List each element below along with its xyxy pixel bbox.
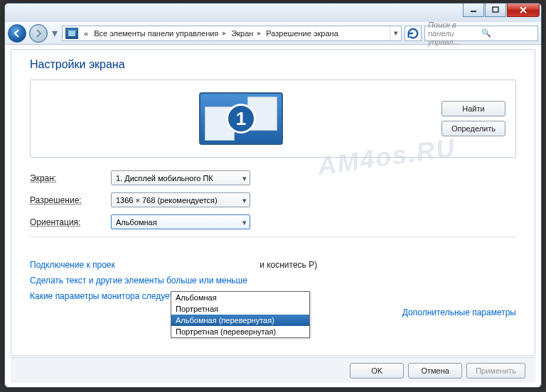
breadcrumb-item[interactable]: Все элементы панели управления: [91, 29, 221, 38]
projector-suffix: и коснитесь P): [259, 260, 317, 270]
orientation-option[interactable]: Альбомная (перевернутая): [171, 315, 309, 326]
orientation-select[interactable]: Альбомная▾: [111, 214, 250, 229]
orientation-row: Ориентация: Альбомная▾: [30, 214, 516, 229]
chevron-down-icon: ▾: [242, 173, 247, 183]
minimize-button[interactable]: [463, 4, 484, 17]
close-button[interactable]: [507, 4, 540, 17]
text-size-link[interactable]: Сделать текст и другие элементы больше и…: [30, 276, 516, 285]
maximize-button[interactable]: [485, 4, 506, 17]
chevron-down-icon: ▾: [242, 195, 247, 205]
screen-select[interactable]: 1. Дисплей мобильного ПК▾: [111, 170, 250, 185]
orientation-option[interactable]: Портретная: [171, 303, 309, 315]
chevron-down-icon: ▾: [242, 217, 247, 227]
apply-button[interactable]: Применить: [466, 363, 525, 379]
control-panel-icon: [65, 28, 78, 39]
button-bar: OK Отмена Применить: [11, 357, 535, 383]
chevron-right-icon: [221, 28, 228, 38]
projector-link[interactable]: Подключение к проек: [30, 260, 115, 270]
resolution-select[interactable]: 1366 × 768 (рекомендуется)▾: [111, 192, 250, 207]
orientation-label: Ориентация:: [30, 217, 111, 227]
address-bar[interactable]: « Все элементы панели управления Экран Р…: [62, 26, 402, 41]
monitor-preview[interactable]: 1: [41, 92, 441, 145]
advanced-settings-link[interactable]: Дополнительные параметры: [402, 307, 516, 317]
search-icon[interactable]: 🔍: [481, 28, 535, 38]
resolution-row: Разрешение: 1366 × 768 (рекомендуется)▾: [30, 192, 516, 207]
divider: [30, 236, 516, 237]
content-area: Настройки экрана 1 Найти Определить Экра…: [11, 49, 535, 356]
search-placeholder: Поиск в панели управл...: [428, 21, 481, 46]
search-input[interactable]: Поиск в панели управл... 🔍: [424, 26, 538, 41]
breadcrumb-item[interactable]: Экран: [228, 29, 256, 38]
control-panel-window: ▾ « Все элементы панели управления Экран…: [4, 3, 542, 388]
refresh-button[interactable]: [405, 26, 422, 41]
page-title: Настройки экрана: [30, 58, 516, 71]
screen-label: Экран:: [30, 173, 111, 183]
orientation-option[interactable]: Портретная (перевернутая): [171, 326, 309, 337]
chevron-right-icon: [256, 28, 263, 38]
navbar: ▾ « Все элементы панели управления Экран…: [5, 22, 541, 45]
resolution-label: Разрешение:: [30, 195, 111, 205]
detect-button[interactable]: Определить: [441, 121, 505, 136]
find-button[interactable]: Найти: [441, 101, 505, 116]
cancel-button[interactable]: Отмена: [408, 363, 462, 379]
titlebar: [5, 4, 541, 22]
breadcrumb-prefix: «: [81, 29, 91, 38]
breadcrumb-item[interactable]: Разрешение экрана: [263, 29, 341, 38]
svg-rect-1: [493, 7, 498, 12]
orientation-option[interactable]: Альбомная: [171, 292, 309, 303]
ok-button[interactable]: OK: [350, 363, 404, 379]
screen-row: Экран: 1. Дисплей мобильного ПК▾: [30, 170, 516, 185]
orientation-dropdown: Альбомная Портретная Альбомная (переверн…: [171, 291, 310, 338]
forward-button[interactable]: [29, 24, 48, 43]
monitor-number: 1: [226, 104, 256, 134]
display-preview-panel: 1 Найти Определить: [30, 80, 516, 158]
back-button[interactable]: [8, 24, 26, 43]
nav-history-dropdown[interactable]: ▾: [50, 27, 59, 40]
address-dropdown[interactable]: ▾: [390, 26, 401, 40]
